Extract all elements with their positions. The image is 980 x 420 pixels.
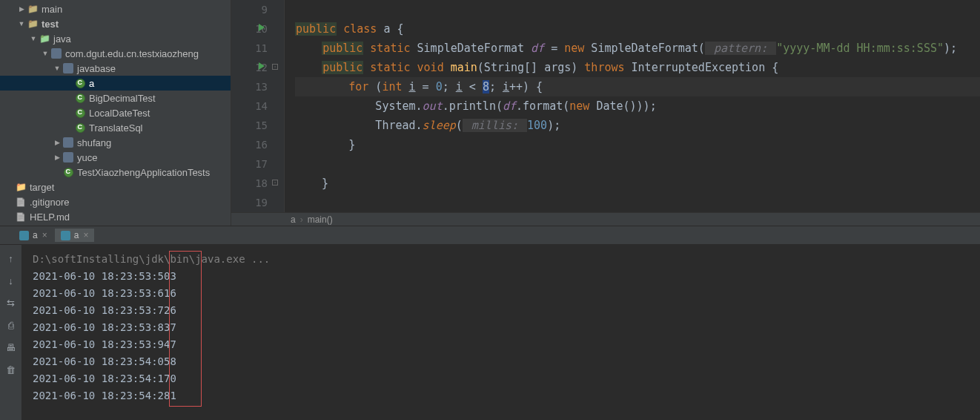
run-config-icon xyxy=(61,231,70,240)
line-number[interactable]: 16 xyxy=(231,135,268,154)
breadcrumb-separator: › xyxy=(300,214,303,225)
tree-label: main xyxy=(42,4,62,15)
toolbar-button[interactable]: 🖶 xyxy=(4,340,19,355)
class-icon xyxy=(74,122,86,134)
code-line[interactable] xyxy=(295,193,980,212)
tree-item-shufang[interactable]: ▶shufang xyxy=(0,135,231,150)
run-tab-label: a xyxy=(74,230,79,240)
tree-label: com.dgut.edu.cn.testxiaozheng xyxy=(65,48,199,59)
gutter: 9101112-131415161718-19 xyxy=(231,0,285,212)
run-tabs[interactable]: a×a× xyxy=(0,226,980,245)
expand-arrow-icon[interactable]: ▼ xyxy=(28,33,39,44)
tree-item-localdatetest[interactable]: LocalDateTest xyxy=(0,105,231,120)
expand-arrow-icon[interactable] xyxy=(64,93,74,103)
code-line[interactable]: } xyxy=(295,174,980,193)
line-number[interactable]: 10 xyxy=(231,19,268,39)
expand-arrow-icon[interactable] xyxy=(64,122,74,133)
console-output[interactable]: D:\softInstalling\jdk\bin\java.exe ...20… xyxy=(22,245,980,420)
toolbar-button[interactable]: ⇆ xyxy=(4,295,19,310)
run-icon[interactable] xyxy=(259,24,265,31)
tree-label: java xyxy=(53,33,71,45)
expand-arrow-icon[interactable] xyxy=(4,182,15,192)
line-number[interactable]: 9 xyxy=(231,0,268,19)
class-icon xyxy=(74,77,86,89)
breadcrumb-method[interactable]: main() xyxy=(308,214,333,225)
breadcrumb[interactable]: a › main() xyxy=(231,212,980,226)
expand-arrow-icon[interactable] xyxy=(4,197,15,207)
code-line[interactable]: public static void main(String[] args) t… xyxy=(295,58,980,77)
folder-icon xyxy=(27,18,39,30)
tree-item-help-md[interactable]: HELP.md xyxy=(0,209,231,224)
tree-label: test xyxy=(42,19,59,30)
breadcrumb-class[interactable]: a xyxy=(291,214,296,225)
expand-arrow-icon[interactable]: ▼ xyxy=(16,19,27,29)
code-line[interactable] xyxy=(295,154,980,174)
expand-arrow-icon[interactable]: ▼ xyxy=(52,63,62,73)
line-number[interactable]: 17 xyxy=(231,154,268,174)
line-number[interactable]: 18- xyxy=(231,174,268,193)
code-line[interactable] xyxy=(295,0,980,19)
line-number[interactable]: 19 xyxy=(231,193,268,212)
toolbar-button[interactable]: ⎙ xyxy=(4,318,19,332)
tree-item-translatesql[interactable]: TranslateSql xyxy=(0,120,231,135)
line-number[interactable]: 13 xyxy=(231,77,268,96)
console-line: 2021-06-10 18:23:53:837 xyxy=(33,319,980,336)
tree-item--gitignore[interactable]: .gitignore xyxy=(0,194,231,209)
expand-arrow-icon[interactable]: ▶ xyxy=(52,137,62,148)
toolbar-button[interactable]: ↑ xyxy=(4,251,19,266)
tree-item-testxiaozhengapplicationtests[interactable]: TestXiaozhengApplicationTests xyxy=(0,165,231,180)
tree-label: HELP.md xyxy=(30,211,70,223)
tree-item-target[interactable]: target xyxy=(0,180,231,194)
line-number[interactable]: 12- xyxy=(231,58,268,77)
run-tab[interactable]: a× xyxy=(13,229,53,242)
code-area[interactable]: public class a { public static SimpleDat… xyxy=(285,0,980,212)
console-toolbar[interactable]: ↑↓⇆⎙🖶🗑 xyxy=(0,245,22,420)
tree-item-bigdecimaltest[interactable]: BigDecimalTest xyxy=(0,91,231,105)
expand-arrow-icon[interactable] xyxy=(64,108,74,118)
project-tree[interactable]: ▶main▼test▼java▼com.dgut.edu.cn.testxiao… xyxy=(0,0,231,226)
code-line[interactable]: System.out.println(df.format(new Date())… xyxy=(295,96,980,116)
tree-label: yuce xyxy=(77,152,97,163)
tree-item-java[interactable]: ▼java xyxy=(0,31,231,46)
file-icon xyxy=(15,211,27,223)
line-number[interactable]: 14 xyxy=(231,96,268,116)
tree-item-javabase[interactable]: ▼javabase xyxy=(0,61,231,76)
class-icon xyxy=(62,166,74,178)
expand-arrow-icon[interactable] xyxy=(64,78,74,88)
tree-label: javabase xyxy=(77,63,116,74)
line-number[interactable]: 15 xyxy=(231,116,268,135)
close-icon[interactable]: × xyxy=(42,230,47,240)
console-line: 2021-06-10 18:23:53:503 xyxy=(33,268,980,285)
package-icon xyxy=(62,137,74,148)
tree-item-main[interactable]: ▶main xyxy=(0,1,231,16)
toolbar-button[interactable]: ↓ xyxy=(4,273,19,288)
toolbar-button[interactable]: 🗑 xyxy=(4,362,19,377)
tree-label: TestXiaozhengApplicationTests xyxy=(77,167,210,178)
tree-item-a[interactable]: a xyxy=(0,76,231,91)
code-editor[interactable]: 9101112-131415161718-19 public class a {… xyxy=(231,0,980,226)
expand-arrow-icon[interactable] xyxy=(52,167,62,177)
close-icon[interactable]: × xyxy=(83,230,88,240)
code-line[interactable]: for (int i = 0; i < 8; i++) { xyxy=(295,77,980,96)
expand-arrow-icon[interactable]: ▼ xyxy=(40,48,50,59)
tree-label: shufang xyxy=(77,137,111,148)
tree-item-test[interactable]: ▼test xyxy=(0,16,231,31)
code-line[interactable]: Thread.sleep( millis: 100); xyxy=(295,116,980,135)
run-icon[interactable] xyxy=(259,62,265,70)
tree-item-com-dgut-edu-cn-testxiaozheng[interactable]: ▼com.dgut.edu.cn.testxiaozheng xyxy=(0,46,231,61)
code-line[interactable]: public class a { xyxy=(295,19,980,39)
fold-icon[interactable]: - xyxy=(272,64,278,70)
package-icon xyxy=(62,62,74,74)
code-line[interactable]: } xyxy=(295,135,980,154)
code-line[interactable]: public static SimpleDateFormat df = new … xyxy=(295,39,980,58)
tree-item-yuce[interactable]: ▶yuce xyxy=(0,150,231,165)
run-tab[interactable]: a× xyxy=(55,229,95,242)
fold-icon[interactable]: - xyxy=(272,180,278,186)
line-number[interactable]: 11 xyxy=(231,39,268,58)
expand-arrow-icon[interactable]: ▶ xyxy=(52,152,62,163)
console-command: D:\softInstalling\jdk\bin\java.exe ... xyxy=(33,251,980,268)
tree-label: LocalDateTest xyxy=(89,108,150,119)
expand-arrow-icon[interactable] xyxy=(4,211,15,222)
run-tab-label: a xyxy=(33,230,38,240)
expand-arrow-icon[interactable]: ▶ xyxy=(16,4,27,14)
